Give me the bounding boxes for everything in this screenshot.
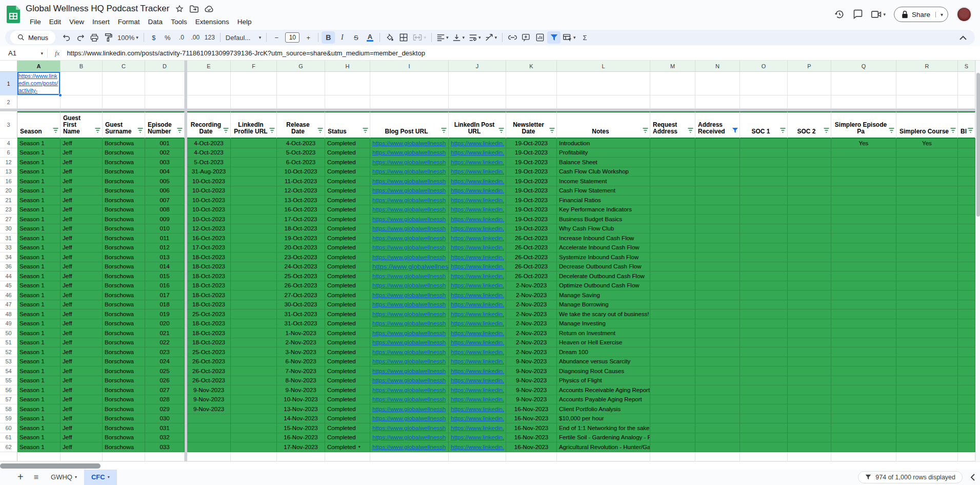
cell-Q58[interactable]	[831, 404, 896, 414]
cell-G16[interactable]: 11-Oct-2023	[277, 177, 325, 186]
blog-post-link[interactable]: https://www.globalwellnessh	[372, 415, 446, 421]
cell-O2[interactable]	[740, 95, 788, 109]
linkedin-post-link[interactable]: https://www.linkedin.	[451, 434, 504, 440]
cell-Q54[interactable]	[831, 366, 896, 376]
cell-F12[interactable]	[231, 158, 277, 167]
cell-I61[interactable]: https://www.globalwellnessh	[370, 433, 449, 443]
cell-B13[interactable]: Jeff	[61, 167, 103, 177]
select-all-corner[interactable]	[0, 61, 17, 72]
cell-G54[interactable]: 7-Nov-2023	[277, 366, 325, 376]
cell-M30[interactable]	[650, 224, 695, 234]
cell-O23[interactable]	[740, 205, 788, 215]
cell-E45[interactable]: 18-Oct-2023	[187, 281, 231, 291]
cell-L56[interactable]: Accounts Receivable Aging Report	[557, 385, 650, 395]
font-size-input[interactable]: 10	[285, 32, 299, 43]
cell-K16[interactable]: 19-Oct-2023	[506, 177, 557, 186]
cell-N12[interactable]	[695, 158, 740, 167]
column-title-N[interactable]: Address Received	[695, 111, 740, 139]
column-title-S[interactable]: Bl	[958, 111, 975, 139]
cell-J13[interactable]: https://www.linkedin.	[449, 167, 506, 177]
cell-K33[interactable]: 26-Oct-2023	[506, 243, 557, 253]
cell-J55[interactable]: https://www.linkedin.	[449, 376, 506, 386]
sheet-tab-cfc[interactable]: CFC▾	[84, 470, 117, 485]
cell-R4[interactable]: Yes	[896, 139, 958, 148]
cell-O13[interactable]	[740, 167, 788, 177]
cell-J61[interactable]: https://www.linkedin.	[449, 433, 506, 443]
cell-G61[interactable]: 16-Nov-2023	[277, 433, 325, 443]
column-title-O[interactable]: SOC 1	[740, 111, 788, 139]
cell-L60[interactable]: End of 1:1 Networking for the sake of ne…	[557, 423, 650, 433]
cell-L27[interactable]: Business Budget Basics	[557, 215, 650, 224]
column-header-D[interactable]: D	[145, 61, 185, 72]
blog-post-link[interactable]: https://www.globalwellnessh	[372, 301, 446, 307]
blog-post-link[interactable]: https://www.globalwellnessh	[372, 311, 446, 317]
cell-I1[interactable]	[370, 72, 449, 95]
column-title-R[interactable]: Simplero Course	[896, 111, 958, 139]
cell-N6[interactable]	[695, 148, 740, 158]
comments-icon[interactable]	[853, 9, 863, 20]
cell-L6[interactable]: Profitability	[557, 148, 650, 158]
cell-E47[interactable]: 18-Oct-2023	[187, 300, 231, 310]
column-header-A[interactable]: A	[17, 61, 61, 72]
cell-H53[interactable]: Completed	[325, 357, 370, 367]
cell-M46[interactable]	[650, 290, 695, 300]
cell-F36[interactable]	[231, 262, 277, 272]
cell-H23[interactable]: Completed	[325, 205, 370, 215]
cell-P50[interactable]	[788, 328, 831, 338]
cell-B45[interactable]: Jeff	[61, 281, 103, 291]
cell-D44[interactable]: 015	[145, 271, 185, 281]
cell-B48[interactable]: Jeff	[61, 309, 103, 319]
blog-post-link[interactable]: https://www.globalwellnessh	[372, 377, 446, 383]
cell-R46[interactable]	[896, 290, 958, 300]
menu-edit[interactable]: Edit	[45, 17, 65, 27]
blog-post-link[interactable]: https://www.globalwellnessh	[372, 206, 446, 212]
cell-Q51[interactable]	[831, 338, 896, 348]
cell-O34[interactable]	[740, 253, 788, 262]
cell-A27[interactable]: Season 1	[17, 215, 61, 224]
cell-M60[interactable]	[650, 423, 695, 433]
cell-C53[interactable]: Borschowa	[103, 357, 145, 367]
column-header-G[interactable]: G	[277, 61, 325, 72]
cell-D16[interactable]: 005	[145, 177, 185, 186]
cell-P48[interactable]	[788, 309, 831, 319]
cell-K52[interactable]: 2-Nov-2023	[506, 347, 557, 357]
cell-Q12[interactable]	[831, 158, 896, 167]
cell-M6[interactable]	[650, 148, 695, 158]
cell-L33[interactable]: Accelerate Inbound Cash Flow	[557, 243, 650, 253]
cell-K30[interactable]: 19-Oct-2023	[506, 224, 557, 234]
linkedin-post-link[interactable]: https://www.linkedin.	[451, 149, 504, 156]
cell-L30[interactable]: Why Cash Flow Club	[557, 224, 650, 234]
insert-chart-button[interactable]	[533, 31, 547, 44]
cell-K46[interactable]: 2-Nov-2023	[506, 290, 557, 300]
cell-N20[interactable]	[695, 186, 740, 196]
cell-J47[interactable]: https://www.linkedin.	[449, 300, 506, 310]
column-header-C[interactable]: C	[103, 61, 145, 72]
cell-O57[interactable]	[740, 395, 788, 405]
cell-L1[interactable]	[557, 72, 650, 95]
row-header-31[interactable]: 31	[0, 234, 17, 243]
cell-A33[interactable]: Season 1	[17, 243, 61, 253]
cell-S50[interactable]	[958, 328, 975, 338]
format-percent-button[interactable]: %	[161, 31, 174, 44]
blog-post-link[interactable]: https://www.globalwellnessh	[372, 406, 446, 412]
cell-P2[interactable]	[788, 95, 831, 109]
cell-S57[interactable]	[958, 395, 975, 405]
cell-F46[interactable]	[231, 290, 277, 300]
cell-J60[interactable]: https://www.linkedin.	[449, 423, 506, 433]
cell-G31[interactable]: 19-Oct-2023	[277, 234, 325, 243]
cell-C20[interactable]: Borschowa	[103, 186, 145, 196]
cell-E54[interactable]: 26-Oct-2023	[187, 366, 231, 376]
cell-H58[interactable]: Completed	[325, 404, 370, 414]
cell-O47[interactable]	[740, 300, 788, 310]
share-button[interactable]: Share ▾	[894, 7, 948, 22]
cell-G50[interactable]: 1-Nov-2023	[277, 328, 325, 338]
filter-button-icon[interactable]	[94, 127, 101, 135]
cell-A30[interactable]: Season 1	[17, 224, 61, 234]
linkedin-post-link[interactable]: https://www.linkedin.	[451, 292, 504, 298]
cell-O30[interactable]	[740, 224, 788, 234]
cell-F34[interactable]	[231, 253, 277, 262]
cell-A53[interactable]: Season 1	[17, 357, 61, 367]
cell-B52[interactable]: Jeff	[61, 347, 103, 357]
cell-P4[interactable]	[788, 139, 831, 148]
cell-B61[interactable]: Jeff	[61, 433, 103, 443]
